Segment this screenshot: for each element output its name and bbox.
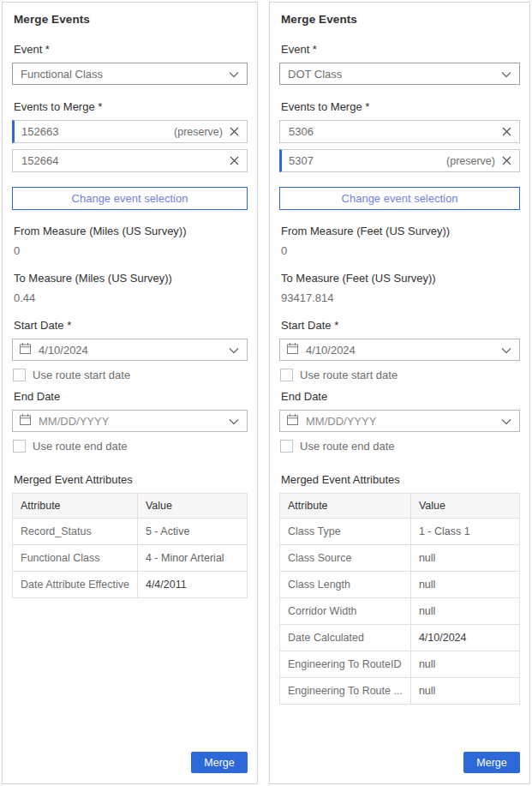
merged-event-attributes-table: Attribute Value Class Type1 - Class 1Cla… bbox=[279, 493, 520, 705]
event-label: Event * bbox=[14, 43, 248, 56]
merged-event-attributes-label: Merged Event Attributes bbox=[14, 473, 248, 486]
checkbox[interactable] bbox=[280, 369, 293, 381]
calendar-icon bbox=[286, 342, 299, 358]
end-date-picker[interactable]: MM/DD/YYYY bbox=[279, 410, 520, 432]
chevron-down-icon bbox=[229, 342, 239, 357]
remove-event-icon[interactable] bbox=[230, 127, 239, 136]
attribute-cell: Class Length bbox=[280, 572, 411, 598]
event-label: Event * bbox=[281, 43, 520, 56]
chevron-down-icon bbox=[501, 342, 511, 357]
to-measure-label: To Measure (Miles (US Survey)) bbox=[14, 272, 248, 285]
event-select[interactable]: DOT Class bbox=[279, 63, 520, 85]
start-date-picker[interactable]: 4/10/2024 bbox=[12, 339, 248, 361]
event-id: 152664 bbox=[21, 154, 230, 167]
attribute-cell: Date Calculated bbox=[280, 625, 411, 651]
event-to-merge-chip: 5306 bbox=[279, 120, 520, 143]
merge-events-panel-left: Merge Events Event * Functional Class Ev… bbox=[2, 2, 258, 784]
remove-event-icon[interactable] bbox=[502, 127, 511, 136]
end-date-label: End Date bbox=[281, 390, 520, 403]
value-cell: null bbox=[410, 678, 519, 705]
merge-button[interactable]: Merge bbox=[463, 752, 520, 773]
value-column-header: Value bbox=[137, 494, 247, 519]
to-measure-label: To Measure (Feet (US Survey)) bbox=[281, 272, 520, 285]
use-route-start-date-label: Use route start date bbox=[33, 369, 130, 381]
event-select-value: Functional Class bbox=[21, 68, 229, 81]
checkbox[interactable] bbox=[13, 440, 26, 453]
table-row: Functional Class4 - Minor Arterial bbox=[13, 545, 248, 572]
attribute-cell: Class Type bbox=[280, 519, 411, 545]
event-id: 5306 bbox=[289, 125, 502, 138]
events-to-merge-label: Events to Merge * bbox=[14, 100, 248, 113]
attribute-cell: Engineering To RouteID bbox=[280, 651, 411, 678]
table-row: Corridor Widthnull bbox=[280, 598, 520, 625]
table-row: Class Type1 - Class 1 bbox=[280, 519, 520, 545]
from-measure-value: 0 bbox=[14, 244, 248, 257]
use-route-start-date-checkbox-row[interactable]: Use route start date bbox=[13, 369, 248, 381]
use-route-end-date-checkbox-row[interactable]: Use route end date bbox=[280, 440, 520, 453]
value-column-header: Value bbox=[410, 494, 519, 519]
calendar-icon bbox=[19, 342, 32, 358]
event-to-merge-chip: 152664 bbox=[12, 149, 248, 172]
chevron-down-icon bbox=[501, 413, 511, 429]
merge-button[interactable]: Merge bbox=[191, 752, 248, 773]
table-row: Class Lengthnull bbox=[280, 572, 520, 598]
event-to-merge-chip: 152663(preserve) bbox=[12, 120, 248, 143]
value-cell: 4/10/2024 bbox=[410, 625, 519, 651]
value-cell: 1 - Class 1 bbox=[410, 519, 519, 545]
from-measure-label: From Measure (Feet (US Survey)) bbox=[281, 225, 520, 237]
attribute-column-header: Attribute bbox=[13, 494, 138, 519]
events-to-merge-label: Events to Merge * bbox=[281, 100, 520, 113]
from-measure-label: From Measure (Miles (US Survey)) bbox=[14, 225, 248, 237]
end-date-label: End Date bbox=[14, 390, 248, 403]
attribute-cell: Corridor Width bbox=[280, 598, 411, 625]
table-header-row: Attribute Value bbox=[13, 494, 248, 519]
panel-title: Merge Events bbox=[14, 13, 248, 26]
events-to-merge-list: 53065307(preserve) bbox=[279, 120, 520, 172]
start-date-value: 4/10/2024 bbox=[39, 344, 222, 357]
change-event-selection-button[interactable]: Change event selection bbox=[12, 187, 248, 210]
use-route-start-date-checkbox-row[interactable]: Use route start date bbox=[280, 369, 520, 381]
end-date-picker[interactable]: MM/DD/YYYY bbox=[12, 410, 248, 432]
chevron-down-icon bbox=[229, 413, 239, 429]
checkbox[interactable] bbox=[280, 440, 293, 453]
value-cell: 5 - Active bbox=[137, 519, 247, 545]
event-id: 5307 bbox=[289, 154, 446, 167]
event-select[interactable]: Functional Class bbox=[12, 63, 248, 85]
table-row: Engineering To Route ...null bbox=[280, 678, 520, 705]
from-measure-value: 0 bbox=[281, 244, 520, 257]
end-date-placeholder: MM/DD/YYYY bbox=[306, 415, 494, 428]
remove-event-icon[interactable] bbox=[230, 156, 239, 165]
use-route-start-date-label: Use route start date bbox=[300, 369, 398, 381]
start-date-value: 4/10/2024 bbox=[306, 344, 494, 357]
value-cell: null bbox=[410, 545, 519, 572]
value-cell: null bbox=[410, 598, 519, 625]
use-route-end-date-checkbox-row[interactable]: Use route end date bbox=[13, 440, 248, 453]
calendar-icon bbox=[19, 413, 32, 429]
event-to-merge-chip: 5307(preserve) bbox=[279, 149, 520, 172]
start-date-picker[interactable]: 4/10/2024 bbox=[279, 339, 520, 361]
panel-title: Merge Events bbox=[281, 13, 520, 26]
checkbox[interactable] bbox=[13, 369, 26, 381]
table-row: Date Attribute Effective4/4/2011 bbox=[13, 572, 248, 598]
attribute-column-header: Attribute bbox=[280, 494, 411, 519]
value-cell: null bbox=[410, 651, 519, 678]
table-row: Engineering To RouteIDnull bbox=[280, 651, 520, 678]
change-event-selection-button[interactable]: Change event selection bbox=[279, 187, 520, 210]
attribute-cell: Engineering To Route ... bbox=[280, 678, 411, 705]
event-select-value: DOT Class bbox=[288, 68, 501, 81]
chevron-down-icon bbox=[229, 66, 239, 81]
attribute-cell: Record_Status bbox=[13, 519, 138, 545]
attribute-cell: Functional Class bbox=[13, 545, 138, 572]
table-row: Date Calculated4/10/2024 bbox=[280, 625, 520, 651]
events-to-merge-list: 152663(preserve)152664 bbox=[12, 120, 248, 172]
to-measure-value: 93417.814 bbox=[281, 291, 520, 304]
table-row: Record_Status5 - Active bbox=[13, 519, 248, 545]
value-cell: 4/4/2011 bbox=[137, 572, 247, 598]
table-header-row: Attribute Value bbox=[280, 494, 520, 519]
end-date-placeholder: MM/DD/YYYY bbox=[39, 415, 222, 428]
start-date-label: Start Date * bbox=[14, 319, 248, 332]
to-measure-value: 0.44 bbox=[14, 291, 248, 304]
use-route-end-date-label: Use route end date bbox=[300, 440, 395, 453]
event-id: 152663 bbox=[21, 125, 174, 138]
remove-event-icon[interactable] bbox=[502, 156, 511, 165]
